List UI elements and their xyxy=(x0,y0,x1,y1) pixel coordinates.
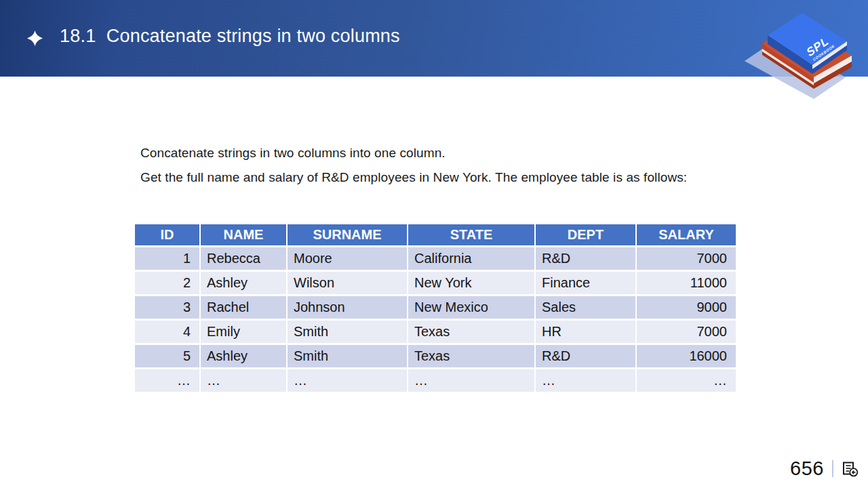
four-pointed-star-icon xyxy=(27,30,43,46)
column-header: NAME xyxy=(200,224,287,246)
table-cell: 16000 xyxy=(636,344,736,368)
table-cell: 9000 xyxy=(636,295,736,319)
table-cell: Smith xyxy=(287,319,408,344)
body-text: Concatenate strings in two columns into … xyxy=(140,146,785,195)
table-cell: … xyxy=(535,368,636,392)
paragraph-1: Concatenate strings in two columns into … xyxy=(140,146,785,161)
document-back-icon[interactable] xyxy=(842,460,859,477)
table-cell: California xyxy=(408,246,535,270)
table-cell: R&D xyxy=(535,344,636,368)
table-row: 4EmilySmithTexasHR7000 xyxy=(134,319,736,344)
table-row: 2AshleyWilsonNew YorkFinance11000 xyxy=(134,270,736,295)
employee-table: IDNAMESURNAMESTATEDEPTSALARY 1RebeccaMoo… xyxy=(134,223,737,393)
table-cell: Johnson xyxy=(287,295,408,319)
table-cell: Smith xyxy=(287,344,408,368)
table-cell: Rachel xyxy=(200,295,287,319)
table-cell: Wilson xyxy=(287,270,408,295)
table-cell: … xyxy=(134,368,200,392)
table-cell: R&D xyxy=(535,246,636,270)
table-cell: Finance xyxy=(535,270,636,295)
table-row: 1RebeccaMooreCaliforniaR&D7000 xyxy=(134,246,736,270)
column-header: SALARY xyxy=(636,224,736,246)
table-cell: Emily xyxy=(200,319,287,344)
table-cell: 1 xyxy=(134,246,200,270)
table-cell: 7000 xyxy=(636,319,736,344)
slide: 18.1 Concatenate strings in two columns … xyxy=(0,0,868,488)
table-cell: … xyxy=(636,368,736,392)
table-cell: Sales xyxy=(535,295,636,319)
table-row: 5AshleySmithTexasR&D16000 xyxy=(134,344,736,368)
table-cell: 5 xyxy=(134,344,200,368)
page-title: 18.1 Concatenate strings in two columns xyxy=(60,26,400,47)
table-cell: Ashley xyxy=(200,270,287,295)
table-cell: Moore xyxy=(287,246,408,270)
table-cell: 11000 xyxy=(636,270,736,295)
table-cell: Texas xyxy=(408,344,535,368)
table-cell: 3 xyxy=(134,295,200,319)
footer: 656 xyxy=(790,457,859,480)
table-cell: New York xyxy=(408,270,535,295)
table-cell: … xyxy=(200,368,287,392)
table-row: ……………… xyxy=(134,368,736,392)
footer-divider xyxy=(832,460,833,477)
column-header: ID xyxy=(134,224,200,246)
page-number: 656 xyxy=(790,458,824,480)
paragraph-2: Get the full name and salary of R&D empl… xyxy=(140,170,785,185)
header-band: 18.1 Concatenate strings in two columns xyxy=(0,0,868,77)
column-header: SURNAME xyxy=(287,224,408,246)
table-cell: 7000 xyxy=(636,246,736,270)
table-cell: Rebecca xyxy=(200,246,287,270)
column-header: STATE xyxy=(408,224,535,246)
table-cell: Texas xyxy=(408,319,535,344)
table-header-row: IDNAMESURNAMESTATEDEPTSALARY xyxy=(134,224,736,246)
column-header: DEPT xyxy=(535,224,636,246)
table-cell: 2 xyxy=(134,270,200,295)
table-cell: HR xyxy=(535,319,636,344)
table-cell: … xyxy=(287,368,408,392)
table-cell: Ashley xyxy=(200,344,287,368)
table-cell: … xyxy=(408,368,535,392)
table-row: 3RachelJohnsonNew MexicoSales9000 xyxy=(134,295,736,319)
spl-cookbook-books-logo: SPL COOKBOOK xyxy=(742,3,861,104)
table-cell: New Mexico xyxy=(408,295,535,319)
table-cell: 4 xyxy=(134,319,200,344)
